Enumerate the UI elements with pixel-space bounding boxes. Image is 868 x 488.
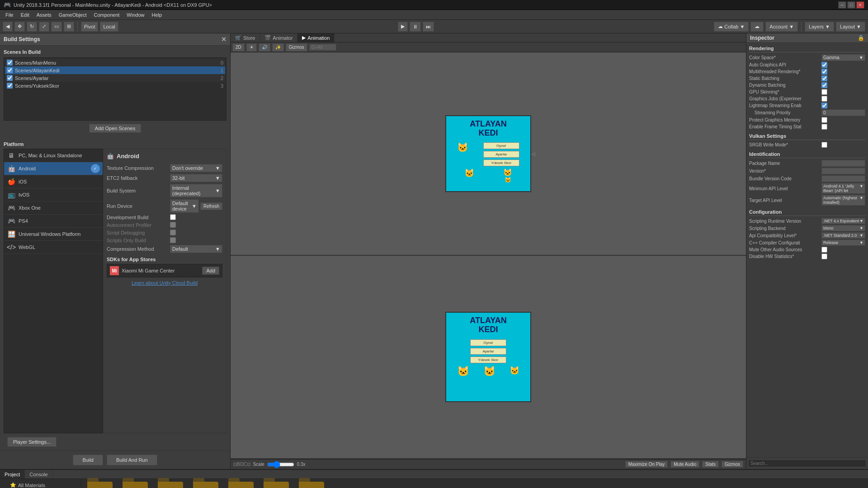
- transform-tool[interactable]: ⊞: [64, 22, 74, 32]
- multithreaded-checkbox[interactable]: [821, 69, 827, 75]
- mute-audio-sources-checkbox[interactable]: [821, 247, 827, 253]
- cpp-compiler-dropdown[interactable]: Release ▼: [821, 239, 865, 246]
- platform-item-ps4[interactable]: 🎮 PS4: [4, 215, 103, 228]
- close-button[interactable]: ✕: [856, 1, 864, 9]
- platform-item-android[interactable]: 🤖 Android ✓: [4, 162, 103, 175]
- scripting-backend-dropdown[interactable]: Mono ▼: [821, 225, 865, 231]
- graphics-jobs-checkbox[interactable]: [821, 96, 827, 102]
- gizmos-bottom-button[interactable]: Gizmos: [722, 461, 743, 468]
- menu-help[interactable]: Help: [148, 11, 165, 19]
- menu-window[interactable]: Window: [123, 11, 148, 19]
- menu-assets[interactable]: Assets: [33, 11, 55, 19]
- scene-checkbox-ayarlar[interactable]: [7, 75, 13, 81]
- api-compat-dropdown[interactable]: .NET Standard 2.0 ▼: [821, 232, 865, 239]
- color-space-dropdown[interactable]: Gamma ▼: [821, 54, 865, 61]
- pivot-button[interactable]: Pivot: [81, 22, 98, 32]
- asset-prefabs[interactable]: Prefabs: [155, 482, 186, 488]
- dynamic-batching-checkbox[interactable]: [821, 82, 827, 88]
- gizmos-button[interactable]: Gizmos: [286, 43, 307, 52]
- play-button[interactable]: ▶: [398, 22, 408, 32]
- static-batching-checkbox[interactable]: [821, 75, 827, 81]
- lighting-button[interactable]: ☀: [246, 43, 257, 52]
- move-tool[interactable]: ✥: [14, 22, 25, 32]
- collab-button[interactable]: ☁ Collab ▼: [714, 22, 749, 32]
- mute-audio-button[interactable]: Mute Audio: [670, 461, 699, 468]
- scene-checkbox-mainmenu[interactable]: [7, 60, 13, 66]
- scale-tool[interactable]: ⤢: [39, 22, 49, 32]
- asset-scenes[interactable]: Scenes: [190, 482, 222, 488]
- add-open-scenes-button[interactable]: Add Open Scenes: [89, 124, 141, 133]
- pause-button[interactable]: ⏸: [410, 22, 421, 32]
- audio-button[interactable]: 🔊: [259, 43, 270, 52]
- compression-dropdown[interactable]: Default ▼: [170, 245, 222, 253]
- 2d-button[interactable]: 2D: [232, 43, 245, 52]
- refresh-button[interactable]: Refresh: [200, 202, 222, 210]
- version-input[interactable]: 0.1: [821, 168, 865, 174]
- asset-sprites[interactable]: Sprites: [296, 482, 327, 488]
- development-build-checkbox[interactable]: [170, 214, 176, 220]
- streaming-priority-input[interactable]: 0: [821, 109, 865, 116]
- maximize-on-play-button[interactable]: Maximize On Play: [625, 461, 668, 468]
- scale-slider[interactable]: [267, 462, 294, 467]
- menu-component[interactable]: Component: [90, 11, 123, 19]
- layers-button[interactable]: Layers ▼: [805, 22, 834, 32]
- scene-item-mainmenu[interactable]: Scenes/MainMenu 0: [5, 59, 225, 66]
- bundle-version-input[interactable]: 1: [821, 175, 865, 182]
- back-button[interactable]: ◀: [3, 22, 13, 32]
- platform-item-webgl[interactable]: </> WebGL: [4, 241, 103, 254]
- inspector-search-input[interactable]: [748, 460, 866, 467]
- rotate-tool[interactable]: ↻: [27, 22, 37, 32]
- tab-animator[interactable]: 🎬 Animator: [260, 33, 297, 42]
- build-system-dropdown[interactable]: Internal (deprecated) ▼: [170, 184, 222, 197]
- gpu-skinning-checkbox[interactable]: [821, 89, 827, 95]
- step-button[interactable]: ⏭: [423, 22, 434, 32]
- scripts-only-checkbox[interactable]: [170, 237, 176, 243]
- gizmos-search[interactable]: [309, 44, 336, 51]
- panel-close-button[interactable]: ✕: [221, 36, 226, 43]
- scene-item-yuksekskor[interactable]: Scenes/YuksekSkor 3: [5, 82, 225, 89]
- auto-graphics-checkbox[interactable]: [821, 62, 827, 68]
- asset-scripts[interactable]: Scripts: [225, 482, 257, 488]
- tab-project[interactable]: Project: [0, 470, 25, 479]
- min-api-dropdown[interactable]: Android 4.1 'Jelly Bean' (API let ▼: [821, 183, 865, 194]
- local-button[interactable]: Local: [100, 22, 118, 32]
- protect-graphics-checkbox[interactable]: [821, 117, 827, 123]
- rect-tool[interactable]: ▭: [51, 22, 62, 32]
- maximize-button[interactable]: □: [847, 1, 855, 9]
- scripting-runtime-dropdown[interactable]: .NET 4.x Equivalent ▼: [821, 218, 865, 224]
- platform-item-tvos[interactable]: 📺 tvOS: [4, 188, 103, 202]
- asset-font[interactable]: Font: [119, 482, 151, 488]
- lightmap-checkbox[interactable]: [821, 103, 827, 108]
- target-api-dropdown[interactable]: Automatic (highest installed) ▼: [821, 195, 865, 206]
- tab-animation[interactable]: ▶ Animation: [297, 33, 335, 42]
- platform-item-xbox[interactable]: 🎮 Xbox One: [4, 202, 103, 215]
- asset-sounds[interactable]: Sounds: [260, 482, 292, 488]
- minimize-button[interactable]: ─: [838, 1, 846, 9]
- scene-checkbox-yuksekskor[interactable]: [7, 83, 13, 89]
- tab-store[interactable]: 🛒 Store: [231, 33, 260, 42]
- scene-item-ayarlar[interactable]: Scenes/Ayarlar 2: [5, 74, 225, 82]
- platform-item-pc[interactable]: 🖥 PC, Mac & Linux Standalone: [4, 149, 103, 162]
- effects-button[interactable]: ✨: [272, 43, 284, 52]
- package-name-input[interactable]: com.Atlayan.Kedi: [821, 160, 865, 167]
- texture-compression-dropdown[interactable]: Don't override ▼: [170, 164, 222, 172]
- autoconnect-checkbox[interactable]: [170, 222, 176, 228]
- stats-button[interactable]: Stats: [702, 461, 719, 468]
- tree-all-materials[interactable]: ⭐ All Materials: [3, 482, 78, 488]
- scene-item-atlayankedi[interactable]: Scenes/AtlayanKedi 1: [5, 66, 225, 74]
- build-and-run-button[interactable]: Build And Run: [107, 455, 157, 465]
- scene-checkbox-atlayankedi[interactable]: [7, 67, 13, 73]
- build-button[interactable]: Build: [73, 455, 103, 465]
- menu-edit[interactable]: Edit: [17, 11, 33, 19]
- script-debugging-checkbox[interactable]: [170, 230, 176, 235]
- tab-console[interactable]: Console: [25, 470, 52, 479]
- run-device-dropdown[interactable]: Default device ▼: [170, 199, 199, 213]
- player-settings-button[interactable]: Player Settings...: [7, 437, 57, 447]
- srgb-checkbox[interactable]: [821, 142, 827, 148]
- platform-item-ios[interactable]: 🍎 iOS: [4, 175, 103, 188]
- sdk-add-button[interactable]: Add: [202, 267, 219, 275]
- menu-gameobject[interactable]: GameObject: [55, 11, 90, 19]
- platform-item-uwp[interactable]: 🪟 Universal Windows Platform: [4, 228, 103, 241]
- menu-file[interactable]: File: [2, 11, 17, 19]
- disable-hw-checkbox[interactable]: [821, 253, 827, 259]
